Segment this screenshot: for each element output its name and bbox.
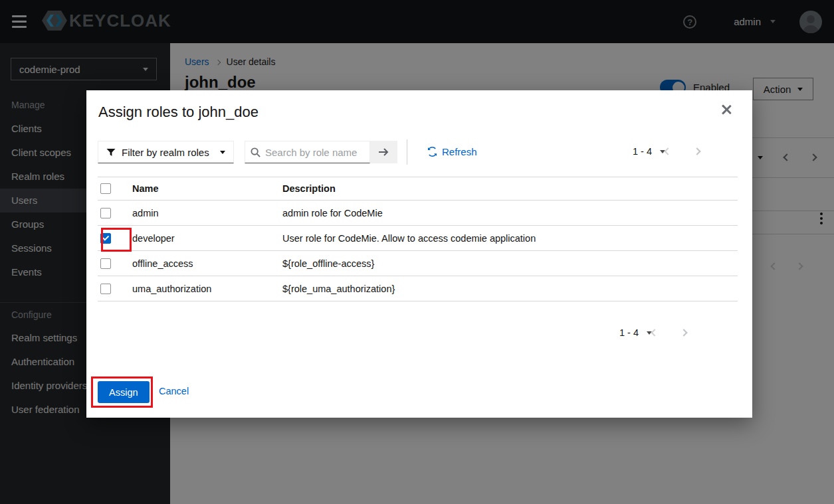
row-checkbox-offline-access[interactable] bbox=[100, 258, 111, 269]
cancel-link[interactable]: Cancel bbox=[159, 386, 189, 396]
refresh-link[interactable]: Refresh bbox=[427, 146, 477, 157]
roles-table: Name Description admin admin role for Co… bbox=[98, 177, 738, 301]
role-description: ${role_offline-access} bbox=[282, 258, 738, 269]
prev-page-icon[interactable] bbox=[664, 147, 671, 155]
table-header-row: Name Description bbox=[98, 177, 738, 201]
role-description: User role for CodeMie. Allow to access c… bbox=[282, 233, 738, 244]
role-description: admin role for CodeMie bbox=[282, 208, 738, 218]
filter-label: Filter by realm roles bbox=[122, 147, 209, 158]
table-row: admin admin role for CodeMie bbox=[98, 201, 738, 226]
search-box bbox=[245, 141, 370, 163]
role-name: admin bbox=[132, 208, 282, 218]
table-row: developer User role for CodeMie. Allow t… bbox=[98, 226, 738, 251]
column-header-description: Description bbox=[282, 183, 738, 194]
search-input[interactable] bbox=[265, 147, 358, 158]
column-header-name: Name bbox=[132, 183, 282, 194]
assign-roles-modal: Assign roles to john_doe Filter by realm… bbox=[86, 90, 752, 418]
next-page-icon[interactable] bbox=[693, 147, 700, 155]
search-icon bbox=[251, 147, 261, 157]
row-checkbox-admin[interactable] bbox=[100, 208, 111, 218]
select-all-checkbox[interactable] bbox=[100, 183, 111, 194]
close-icon[interactable] bbox=[720, 104, 732, 116]
pagination-range: 1 - 4 bbox=[633, 146, 652, 157]
pagination-range: 1 - 4 bbox=[619, 327, 639, 338]
search-submit-button[interactable] bbox=[370, 141, 397, 163]
role-name: uma_authorization bbox=[132, 284, 282, 294]
pagination-bottom: 1 - 4 bbox=[619, 327, 686, 338]
assign-button[interactable]: Assign bbox=[98, 381, 150, 403]
role-name: developer bbox=[132, 233, 282, 244]
toolbar-divider bbox=[407, 139, 407, 165]
row-checkbox-uma-authorization[interactable] bbox=[100, 284, 111, 294]
prev-page-icon[interactable] bbox=[651, 329, 658, 336]
filter-icon bbox=[106, 148, 116, 157]
arrow-right-icon bbox=[378, 147, 389, 157]
filter-by-realm-roles-dropdown[interactable]: Filter by realm roles bbox=[98, 141, 234, 163]
chevron-down-icon bbox=[220, 151, 225, 154]
refresh-icon bbox=[427, 147, 437, 157]
role-name: offline_access bbox=[132, 258, 282, 269]
modal-title: Assign roles to john_doe bbox=[98, 104, 259, 121]
table-row: uma_authorization ${role_uma_authorizati… bbox=[98, 276, 738, 301]
table-row: offline_access ${role_offline-access} bbox=[98, 251, 738, 276]
row-checkbox-developer[interactable] bbox=[100, 233, 111, 244]
next-page-icon[interactable] bbox=[680, 329, 687, 336]
search-group bbox=[245, 141, 397, 163]
pagination-top: 1 - 4 bbox=[633, 146, 700, 157]
role-description: ${role_uma_authorization} bbox=[282, 284, 738, 294]
refresh-label: Refresh bbox=[442, 146, 477, 157]
